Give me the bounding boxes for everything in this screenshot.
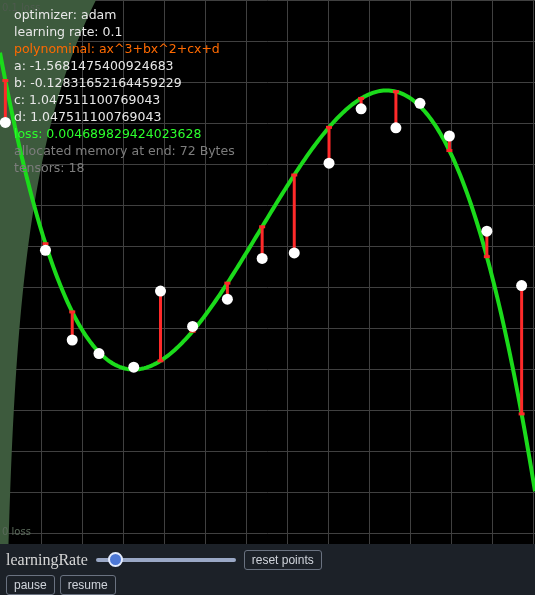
- info-tensors: tensors: 18: [14, 159, 235, 176]
- info-learning-rate: learning rate: 0.1: [14, 23, 235, 40]
- info-loss: loss: 0.004689829424023628: [14, 125, 235, 142]
- resume-button[interactable]: resume: [60, 575, 116, 595]
- learning-rate-label: learningRate: [6, 551, 88, 569]
- info-c: c: 1.047511100769043: [14, 91, 235, 108]
- pause-button[interactable]: pause: [6, 575, 55, 595]
- reset-points-button[interactable]: reset points: [244, 550, 322, 570]
- learning-rate-slider[interactable]: [96, 558, 236, 562]
- info-d: d: 1.047511100769043: [14, 108, 235, 125]
- loss-axis-bottom: 0 loss: [2, 526, 31, 537]
- info-optimizer: optimizer: adam: [14, 6, 235, 23]
- chart-stage: 0.1 loss 0 loss optimizer: adam learning…: [0, 0, 535, 544]
- info-panel: optimizer: adam learning rate: 0.1 polyn…: [14, 6, 235, 176]
- info-b: b: -0.12831652164459229: [14, 74, 235, 91]
- controls-panel: learningRate reset points pause resume: [0, 544, 535, 595]
- info-a: a: -1.5681475400924683: [14, 57, 235, 74]
- info-polynomial: polynominal: ax^3+bx^2+cx+d: [14, 40, 235, 57]
- info-memory: allocated memory at end: 72 Bytes: [14, 142, 235, 159]
